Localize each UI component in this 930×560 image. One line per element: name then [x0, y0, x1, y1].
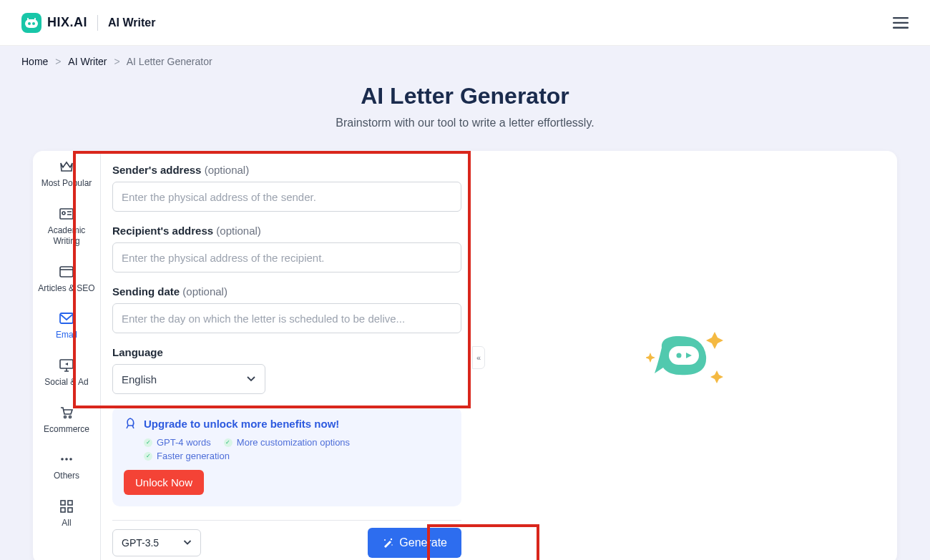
- sidebar-item-others[interactable]: Others: [33, 443, 100, 491]
- upgrade-banner: Upgrade to unlock more benefits now! ✓GP…: [112, 407, 461, 506]
- sidebar-item-label: Academic Writing: [36, 225, 97, 247]
- model-select[interactable]: GPT-3.5: [112, 529, 201, 556]
- cart-icon: [59, 406, 74, 420]
- svg-point-22: [391, 538, 392, 539]
- svg-rect-19: [68, 501, 72, 505]
- sidebar-item-label: All: [62, 518, 71, 529]
- form-scroll: Sender's address (optional) Recipient's …: [112, 151, 461, 520]
- svg-point-16: [65, 458, 68, 461]
- upgrade-title: Upgrade to unlock more benefits now!: [144, 418, 339, 430]
- date-label: Sending date (optional): [112, 285, 461, 298]
- grid-icon: [59, 499, 74, 514]
- svg-point-9: [62, 212, 65, 215]
- svg-point-2: [32, 22, 35, 25]
- language-select[interactable]: English: [112, 364, 265, 394]
- sidebar-item-academic[interactable]: Academic Writing: [33, 198, 100, 256]
- benefit-item: ✓More customization options: [224, 437, 350, 448]
- svg-point-14: [69, 416, 72, 418]
- svg-point-13: [64, 416, 67, 418]
- sidebar-item-email[interactable]: Email: [33, 303, 100, 350]
- sidebar-item-most-popular[interactable]: Most Popular: [33, 151, 100, 198]
- sidebar-item-label: Articles & SEO: [38, 283, 94, 295]
- sidebar-item-all[interactable]: All: [33, 491, 100, 538]
- field-language: Language English: [112, 346, 461, 394]
- svg-point-1: [28, 22, 31, 25]
- sidebar-item-label: Social & Ad: [44, 377, 88, 388]
- svg-point-15: [61, 458, 64, 461]
- sidebar-item-ecommerce[interactable]: Ecommerce: [33, 397, 100, 444]
- upgrade-heading: Upgrade to unlock more benefits now!: [124, 417, 450, 430]
- breadcrumb: Home > AI Writer > AI Letter Generator: [0, 46, 930, 77]
- sidebar-item-label: Ecommerce: [44, 424, 89, 436]
- model-value: GPT-3.5: [122, 537, 159, 549]
- id-card-icon: [59, 207, 74, 221]
- page-subtitle: Brainstorm with our tool to write a lett…: [0, 117, 930, 129]
- generate-label: Generate: [399, 536, 447, 549]
- wand-icon: [382, 537, 393, 549]
- header-divider: [97, 15, 98, 31]
- crown-icon: [59, 159, 74, 174]
- product-name: AI Writer: [108, 16, 155, 29]
- language-value: English: [122, 373, 157, 385]
- browser-icon: [59, 265, 74, 279]
- sidebar-item-label: Others: [54, 471, 79, 482]
- collapse-button[interactable]: «: [472, 346, 485, 369]
- sender-label: Sender's address (optional): [112, 164, 461, 176]
- field-recipient-address: Recipient's address (optional): [112, 225, 461, 272]
- upgrade-benefits: ✓GPT-4 words ✓More customization options…: [124, 437, 450, 461]
- sidebar-item-label: Most Popular: [41, 178, 92, 190]
- svg-rect-18: [61, 501, 65, 505]
- logo-icon: [21, 13, 41, 33]
- rocket-icon: [124, 417, 137, 430]
- svg-rect-20: [61, 508, 65, 512]
- svg-point-24: [391, 544, 393, 546]
- unlock-button[interactable]: Unlock Now: [124, 470, 204, 495]
- category-sidebar: Most Popular Academic Writing Articles &…: [33, 151, 101, 560]
- language-label: Language: [112, 346, 461, 358]
- recipient-label: Recipient's address (optional): [112, 225, 461, 237]
- breadcrumb-home[interactable]: Home: [21, 56, 48, 67]
- check-icon: ✓: [224, 438, 232, 447]
- breadcrumb-section[interactable]: AI Writer: [68, 56, 107, 67]
- svg-point-26: [676, 353, 681, 358]
- dots-icon: [59, 452, 74, 466]
- breadcrumb-current: AI Letter Generator: [127, 56, 212, 67]
- main-card: Most Popular Academic Writing Articles &…: [33, 151, 897, 560]
- svg-rect-6: [893, 21, 909, 23]
- logo[interactable]: HIX.AI: [21, 13, 87, 33]
- svg-rect-3: [27, 18, 29, 20]
- benefit-item: ✓Faster generation: [144, 451, 450, 461]
- svg-rect-21: [68, 508, 72, 512]
- email-icon: [59, 311, 74, 325]
- check-icon: ✓: [144, 452, 152, 461]
- breadcrumb-sep: >: [55, 56, 61, 67]
- svg-rect-0: [25, 19, 38, 28]
- page-title: AI Letter Generator: [0, 83, 930, 109]
- chevron-left-icon: «: [476, 353, 481, 362]
- sidebar-item-social[interactable]: Social & Ad: [33, 350, 100, 397]
- svg-rect-10: [60, 267, 73, 277]
- recipient-input[interactable]: [112, 242, 461, 272]
- form-panel: Sender's address (optional) Recipient's …: [101, 151, 473, 560]
- svg-point-17: [69, 458, 72, 461]
- output-panel: «: [473, 151, 897, 560]
- monitor-icon: [59, 358, 74, 373]
- sender-input[interactable]: [112, 182, 461, 212]
- svg-rect-4: [34, 18, 36, 20]
- field-sender-address: Sender's address (optional): [112, 164, 461, 212]
- svg-rect-11: [60, 313, 73, 323]
- date-input[interactable]: [112, 303, 461, 333]
- chevron-down-icon: [183, 540, 192, 545]
- menu-icon[interactable]: [893, 17, 909, 29]
- chevron-down-icon: [246, 376, 256, 382]
- mascot-illustration: [646, 329, 725, 386]
- svg-point-23: [384, 539, 386, 541]
- svg-rect-7: [893, 26, 909, 28]
- benefit-item: ✓GPT-4 words: [144, 437, 211, 448]
- svg-rect-5: [893, 17, 909, 19]
- breadcrumb-sep: >: [114, 56, 119, 67]
- sidebar-item-label: Email: [56, 330, 77, 341]
- generate-button[interactable]: Generate: [368, 528, 461, 558]
- form-footer: GPT-3.5 Generate: [112, 520, 461, 560]
- sidebar-item-articles[interactable]: Articles & SEO: [33, 256, 100, 303]
